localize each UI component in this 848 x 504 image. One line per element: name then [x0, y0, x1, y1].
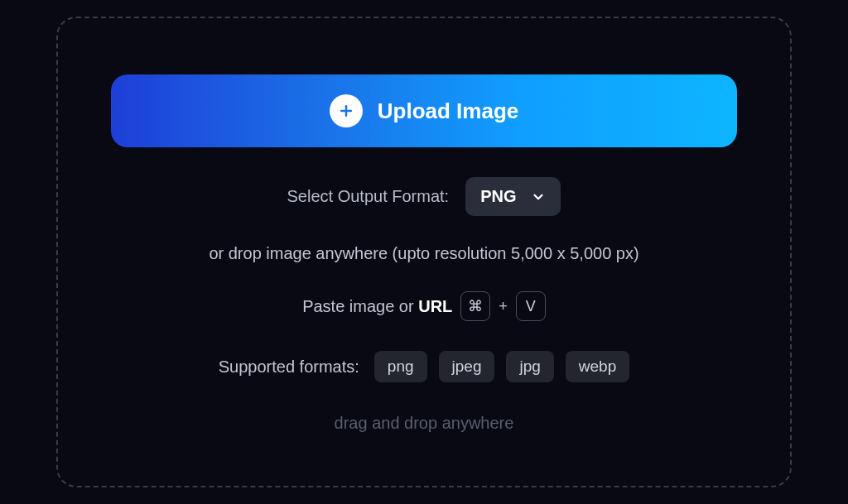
upload-dropzone[interactable]: Upload Image Select Output Format: PNG o…: [56, 17, 792, 487]
output-format-label: Select Output Format:: [287, 187, 450, 206]
format-badge: jpg: [506, 351, 553, 382]
upload-button-label: Upload Image: [378, 98, 518, 124]
output-format-row: Select Output Format: PNG: [287, 177, 561, 216]
keyboard-key-separator: +: [499, 298, 508, 315]
supported-formats-row: Supported formats: png jpeg jpg webp: [219, 351, 630, 382]
upload-button[interactable]: Upload Image: [111, 74, 737, 147]
output-format-value: PNG: [480, 187, 516, 206]
output-format-select[interactable]: PNG: [465, 177, 561, 216]
keyboard-key-letter: V: [516, 291, 546, 321]
format-badge: webp: [566, 351, 629, 382]
drag-drop-hint: drag and drop anywhere: [335, 414, 514, 433]
format-badge: jpeg: [439, 351, 495, 382]
supported-formats-label: Supported formats:: [219, 358, 359, 377]
format-badge: png: [374, 351, 427, 382]
keyboard-key-modifier: ⌘: [460, 291, 490, 321]
paste-hint-row: Paste image or URL ⌘ + V: [302, 291, 546, 321]
paste-prefix: Paste image or: [302, 297, 418, 315]
chevron-down-icon: [531, 190, 546, 204]
drop-hint-text: or drop image anywhere (upto resolution …: [209, 244, 638, 263]
paste-url-label: URL: [418, 297, 452, 315]
plus-icon: [330, 94, 363, 127]
